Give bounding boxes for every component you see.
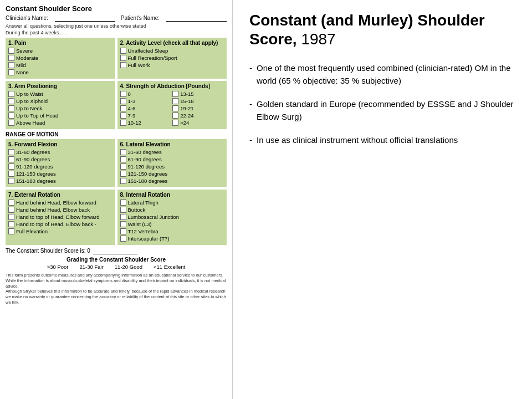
activity-sleep-cb[interactable]: [120, 48, 126, 54]
pain-moderate-cb[interactable]: [8, 55, 14, 61]
pain-none-cb[interactable]: [8, 69, 14, 75]
section-activity: 2. Activity Level (check all that apply)…: [117, 38, 227, 79]
arm-xiphoid-cb[interactable]: [8, 98, 14, 104]
grading-row: >30 Poor 21-30 Fair 11-20 Good <11 Excel…: [6, 264, 227, 270]
str-13-15-cb[interactable]: [172, 91, 178, 97]
score-label: The Constant Shoulder Score is: 0: [6, 248, 90, 254]
grading-title: Grading the Constant Shoulder Score: [6, 257, 227, 263]
er-1-cb[interactable]: [8, 200, 14, 206]
le-91-label: 91-120 degrees: [128, 163, 165, 170]
arm-neck-cb[interactable]: [8, 105, 14, 111]
ff-31-cb[interactable]: [8, 149, 14, 155]
str-22-24-cb[interactable]: [172, 112, 178, 119]
le-151-cb[interactable]: [120, 178, 126, 184]
pain-moderate-label: Moderate: [16, 55, 38, 61]
score-line: [93, 247, 137, 254]
ff-31-label: 31-60 degrees: [16, 149, 50, 155]
er-3-row: Hand to top of Head, Elbow forward: [8, 214, 112, 220]
pain-severe-cb[interactable]: [8, 48, 14, 54]
main-title-year: 1987: [297, 30, 336, 48]
str-22-24-label: 22-24: [180, 112, 193, 119]
section-external: 7. External Rotation Hand behind Head, E…: [6, 190, 115, 245]
str-15-18-cb[interactable]: [172, 98, 178, 104]
main-title-text: Constant (and Murley) Shoulder Score,: [249, 12, 485, 48]
str-19-21-cb[interactable]: [172, 105, 178, 111]
er-4-cb[interactable]: [8, 221, 14, 227]
arm-waist-cb[interactable]: [8, 91, 14, 97]
er-4-row: Hand to top of Head, Elbow back -: [8, 221, 112, 227]
er-3-cb[interactable]: [8, 214, 14, 220]
str-7-9-cb[interactable]: [120, 112, 126, 119]
ir-1-cb[interactable]: [120, 200, 126, 206]
str-7-9-label: 7-9: [128, 112, 136, 119]
str-4-6-row: 4-6: [120, 105, 172, 111]
grade-poor: >30 Poor: [47, 264, 69, 270]
form-panel: Constant Shoulder Score Clinician's Name…: [0, 0, 233, 399]
ff-91-row: 91-120 degrees: [8, 163, 112, 170]
ir-2-cb[interactable]: [120, 207, 126, 213]
sections-grid-2: 5. Forward Flexion 31-60 degrees 61-90 d…: [6, 139, 227, 245]
str-13-15-row: 13-15: [172, 91, 224, 97]
str-19-21-label: 19-21: [180, 105, 193, 111]
str-22-24-row: 22-24: [172, 112, 224, 119]
activity-sport-cb[interactable]: [120, 55, 126, 61]
form-title: Constant Shoulder Score: [6, 4, 227, 13]
ir-6-label: Interscapular (T7): [128, 236, 170, 242]
str-10-12-cb[interactable]: [120, 120, 126, 126]
le-31-row: 31-60 degrees: [120, 149, 224, 155]
section-arm: 3. Arm Positioning Up to Waist Up to Xip…: [6, 81, 115, 129]
str-24plus-cb[interactable]: [172, 120, 178, 126]
str-4-6-label: 4-6: [128, 105, 136, 111]
le-61-cb[interactable]: [120, 156, 126, 162]
er-5-row: Full Elevation: [8, 228, 112, 234]
grade-good: 11-20 Good: [115, 264, 142, 270]
arm-waist-row: Up to Waist: [8, 91, 112, 97]
str-0-cb[interactable]: [120, 91, 126, 97]
ir-5-cb[interactable]: [120, 228, 126, 234]
le-61-row: 61-90 degrees: [120, 156, 224, 162]
er-2-cb[interactable]: [8, 207, 14, 213]
pain-mild-cb[interactable]: [8, 62, 14, 68]
activity-work-label: Full Work: [128, 62, 150, 68]
ff-151-row: 151-180 degrees: [8, 178, 112, 184]
activity-work-cb[interactable]: [120, 62, 126, 68]
score-section: The Constant Shoulder Score is: 0: [6, 247, 227, 254]
ir-6-cb[interactable]: [120, 236, 126, 242]
arm-waist-label: Up to Waist: [16, 91, 43, 97]
arm-neck-row: Up to Neck: [8, 105, 112, 111]
section-pain-title: 1. Pain: [8, 40, 112, 46]
ff-31-row: 31-60 degrees: [8, 149, 112, 155]
arm-head-cb[interactable]: [8, 112, 14, 119]
pain-none-label: None: [16, 69, 29, 75]
weeks-label: During the past 4 weeks......: [6, 30, 227, 35]
er-5-label: Full Elevation: [16, 228, 48, 234]
ir-1-label: Lateral Thigh: [128, 200, 158, 206]
le-31-cb[interactable]: [120, 149, 126, 155]
str-4-6-cb[interactable]: [120, 105, 126, 111]
section-arm-title: 3. Arm Positioning: [8, 83, 112, 89]
bullet-item-3: In use as clinical instrument without of…: [249, 134, 515, 147]
er-5-cb[interactable]: [8, 228, 14, 234]
bullet-item-1: One of the most frequently used combined…: [249, 62, 515, 87]
ff-91-cb[interactable]: [8, 163, 14, 170]
section-internal: 8. Internal Rotation Lateral Thigh Butto…: [117, 190, 227, 245]
ff-121-cb[interactable]: [8, 171, 14, 177]
ff-61-cb[interactable]: [8, 156, 14, 162]
arm-neck-label: Up to Neck: [16, 105, 42, 111]
ir-4-cb[interactable]: [120, 221, 126, 227]
le-31-label: 31-60 degrees: [128, 149, 162, 155]
ff-151-cb[interactable]: [8, 178, 14, 184]
pain-none-row: None: [8, 69, 112, 75]
ir-6-row: Interscapular (T7): [120, 236, 224, 242]
arm-above-cb[interactable]: [8, 120, 14, 126]
section-lateral: 6. Lateral Elevation 31-60 degrees 61-90…: [117, 139, 227, 187]
ir-3-cb[interactable]: [120, 214, 126, 220]
str-24plus-row: >24: [172, 120, 224, 126]
le-121-cb[interactable]: [120, 171, 126, 177]
er-1-label: Hand behind Head, Elbow forward: [16, 200, 96, 206]
le-91-cb[interactable]: [120, 163, 126, 170]
arm-above-label: Above Head: [16, 120, 45, 126]
main-title: Constant (and Murley) Shoulder Score, 19…: [249, 11, 515, 48]
grade-fair: 21-30 Fair: [80, 264, 104, 270]
str-1-3-cb[interactable]: [120, 98, 126, 104]
